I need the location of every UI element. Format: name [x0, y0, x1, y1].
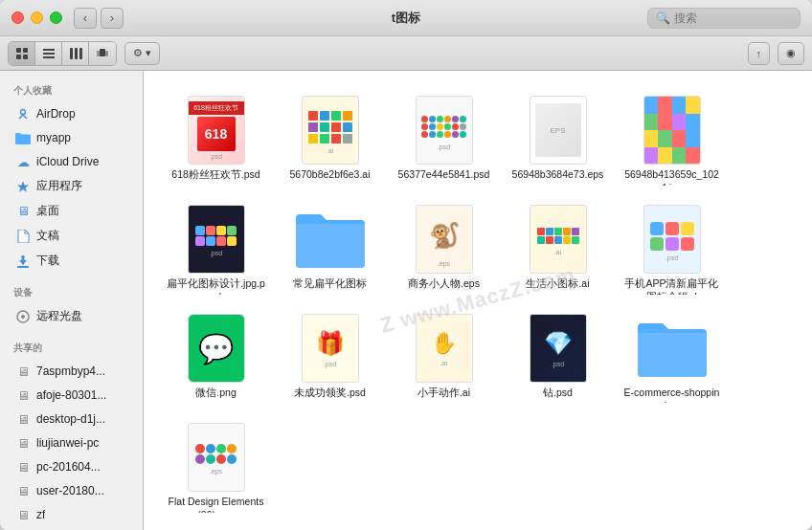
sidebar-item-label: 应用程序: [36, 178, 82, 194]
file-item[interactable]: .ai 5670b8e2bf6e3.ai: [275, 88, 385, 193]
folder-icon: [15, 130, 31, 145]
file-thumbnail: ✋ .ai: [410, 314, 479, 383]
network-icon: 🖥: [15, 459, 31, 475]
back-button[interactable]: ‹: [74, 8, 97, 29]
sidebar-item-desktop[interactable]: 🖥 桌面: [4, 199, 139, 223]
sidebar-item-label: 下载: [36, 253, 59, 269]
sidebar-item-shared6[interactable]: 🖥 user-20180...: [4, 479, 139, 502]
file-item[interactable]: EPS 56948b3684e73.eps: [503, 88, 613, 193]
tag-button[interactable]: ◉: [778, 42, 804, 65]
sidebar-item-documents[interactable]: 文稿: [4, 224, 139, 248]
sidebar-item-label: desktop-d1j...: [36, 412, 105, 426]
file-name: 微信.png: [195, 386, 236, 400]
share-icon: ↑: [756, 48, 762, 59]
svg-rect-10: [100, 49, 105, 56]
sidebar-item-apps[interactable]: 应用程序: [4, 174, 139, 198]
network-icon: 🖥: [15, 387, 31, 403]
file-item[interactable]: 常见扁平化图标: [275, 197, 385, 302]
svg-rect-5: [43, 53, 55, 55]
file-item[interactable]: 🎁 .psd 未成功领奖.psd: [275, 306, 385, 411]
file-item[interactable]: .ai 生活小图标.ai: [503, 197, 613, 302]
sidebar-item-label: myapp: [36, 131, 71, 144]
network-icon: 🖥: [15, 411, 31, 427]
sidebar-item-label: afoje-80301...: [36, 388, 106, 402]
file-grid-container: Z www.MaczZ.com 618粉丝狂欢节 618 .psd 618粉丝狂…: [144, 71, 812, 530]
file-thumbnail: .ai: [296, 96, 365, 165]
file-item[interactable]: .psd 手机APP清新扁平化图标合辑.d: [617, 197, 727, 302]
window-title: t图标: [392, 10, 420, 27]
list-view-button[interactable]: [35, 42, 62, 65]
search-box[interactable]: 🔍: [647, 8, 801, 29]
file-name: 小手动作.ai: [417, 386, 470, 400]
svg-rect-7: [70, 48, 73, 59]
folder-svg: [296, 210, 365, 268]
sidebar-item-downloads[interactable]: 下载: [4, 249, 139, 273]
sidebar-item-shared4[interactable]: 🖥 liujianwei-pc: [4, 431, 139, 454]
downloads-icon: [15, 254, 31, 269]
sidebar-item-remote-disk[interactable]: 远程光盘: [4, 304, 139, 328]
file-thumbnail: .psd: [410, 96, 479, 165]
file-item[interactable]: .psd 56377e44e5841.psd: [389, 88, 499, 193]
file-name: 56948b3684e73.eps: [512, 168, 604, 182]
network-icon: 🖥: [15, 435, 31, 451]
sidebar-item-label: zf: [36, 508, 45, 521]
apps-icon: [15, 179, 31, 194]
sidebar-item-myapp[interactable]: myapp: [4, 126, 139, 149]
sidebar-item-label: 7aspmbyp4...: [36, 364, 105, 378]
file-item[interactable]: .eps Flat Design Elements (26).eps: [161, 415, 271, 520]
svg-rect-0: [16, 48, 21, 53]
sidebar-item-label: pc-201604...: [36, 460, 101, 474]
file-item[interactable]: 💎 .psd 钻.psd: [503, 306, 613, 411]
file-item[interactable]: 56948b413659c_1024.jpg: [617, 88, 727, 193]
devices-section-title: 设备: [0, 278, 143, 303]
file-name: Flat Design Elements (26).eps: [167, 496, 265, 513]
shared-section-title: 共享的: [0, 334, 143, 359]
svg-rect-2: [16, 55, 21, 59]
sidebar-item-label: AirDrop: [36, 107, 76, 121]
svg-rect-1: [23, 48, 28, 53]
file-item[interactable]: 💬 微信.png: [161, 306, 271, 411]
documents-icon: [15, 229, 31, 244]
svg-rect-3: [23, 55, 28, 59]
coverflow-view-button[interactable]: [89, 42, 116, 65]
forward-button[interactable]: ›: [101, 8, 124, 29]
sidebar-item-airdrop[interactable]: AirDrop: [4, 102, 139, 125]
action-button[interactable]: ⚙ ▾: [124, 42, 160, 65]
folder-svg: [638, 320, 707, 377]
sidebar-item-label: liujianwei-pc: [36, 436, 99, 450]
file-item[interactable]: ✋ .ai 小手动作.ai: [389, 306, 499, 411]
file-name: 钻.psd: [543, 386, 573, 400]
column-view-button[interactable]: [62, 42, 89, 65]
file-thumbnail: [638, 314, 707, 383]
icon-view-button[interactable]: [9, 42, 35, 65]
svg-point-16: [21, 315, 25, 319]
file-item[interactable]: E-commerce-shopping-icons: [617, 306, 727, 411]
sidebar-item-shared5[interactable]: 🖥 pc-201604...: [4, 455, 139, 478]
sidebar-item-shared3[interactable]: 🖥 desktop-d1j...: [4, 408, 139, 431]
gear-icon: ⚙: [133, 47, 143, 59]
traffic-lights: [11, 11, 62, 24]
share-button[interactable]: ↑: [748, 42, 771, 65]
sidebar-item-shared7[interactable]: 🖥 zf: [4, 503, 139, 526]
maximize-button[interactable]: [50, 11, 62, 24]
file-thumbnail: .eps: [182, 423, 251, 492]
sidebar-item-icloud[interactable]: ☁ iCloud Drive: [4, 150, 139, 173]
file-item[interactable]: 618粉丝狂欢节 618 .psd 618粉丝狂欢节.psd: [161, 88, 271, 193]
svg-rect-6: [43, 56, 55, 58]
dropdown-arrow: ▾: [146, 47, 151, 59]
sidebar-item-shared1[interactable]: 🖥 7aspmbyp4...: [4, 360, 139, 383]
file-name: 56948b413659c_1024.jpg: [622, 168, 721, 186]
file-item[interactable]: 🐒 .eps 商务小人物.eps: [389, 197, 499, 302]
file-name: 未成功领奖.psd: [294, 386, 366, 400]
sidebar: 个人收藏 AirDrop myapp ☁ iCloud Drive: [0, 71, 144, 530]
minimize-button[interactable]: [31, 11, 43, 24]
close-button[interactable]: [11, 11, 24, 24]
search-input[interactable]: [674, 11, 789, 25]
toolbar-right: 🔍: [647, 8, 801, 29]
search-icon: 🔍: [656, 11, 670, 25]
svg-point-13: [21, 110, 26, 115]
file-name: 5670b8e2bf6e3.ai: [289, 168, 370, 182]
sidebar-item-shared2[interactable]: 🖥 afoje-80301...: [4, 384, 139, 407]
file-name: E-commerce-shopping-icons: [622, 386, 721, 404]
file-item[interactable]: .psd 扁平化图标设计.jpg.psd: [161, 197, 271, 302]
